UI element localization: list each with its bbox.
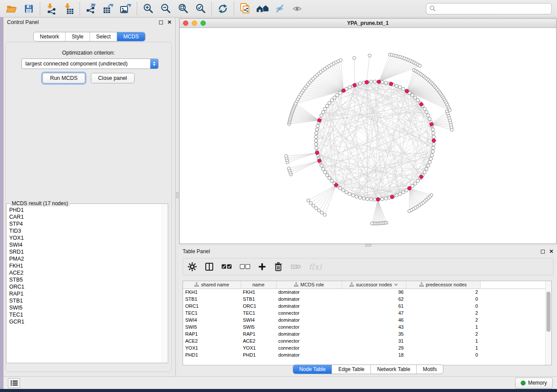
table-cell[interactable]: ACE2 (183, 337, 241, 344)
run-mcds-button[interactable]: Run MCDS (42, 73, 85, 83)
table-cell[interactable]: connector (276, 344, 342, 351)
graph-node[interactable] (325, 174, 329, 177)
table-cell[interactable]: ORC1 (241, 303, 276, 309)
table-scrollbar-thumb[interactable] (547, 292, 550, 332)
graph-node[interactable] (348, 86, 352, 89)
table-cell[interactable]: 35 (342, 330, 406, 337)
task-history-button[interactable] (8, 378, 20, 388)
mcds-result-item[interactable]: SWI4 (7, 241, 162, 248)
graph-node[interactable] (414, 96, 417, 100)
table-cell[interactable]: 62 (342, 296, 406, 303)
graph-node[interactable] (339, 91, 342, 95)
table-cell[interactable]: PHD1 (241, 351, 276, 358)
table-cell[interactable]: RAP1 (241, 330, 276, 337)
graph-node[interactable] (330, 179, 334, 183)
graph-node[interactable] (423, 107, 426, 111)
mcds-result-item[interactable]: STB5 (7, 276, 162, 283)
graph-node[interactable] (285, 155, 288, 158)
export-network-button[interactable] (82, 1, 100, 16)
close-panel-button[interactable]: Close panel (91, 73, 135, 83)
mcds-result-item[interactable]: YOX1 (7, 234, 162, 241)
mcds-result-item[interactable]: CAR1 (7, 213, 162, 220)
graph-node[interactable] (431, 128, 435, 131)
table-row[interactable]: ORC1ORC1dominator610 (183, 303, 551, 309)
tab-edge-table[interactable]: Edge Table (332, 365, 370, 374)
table-cell[interactable]: TEC1 (183, 309, 241, 316)
function-builder-button[interactable]: f(x) (309, 262, 322, 271)
graph-node[interactable] (411, 184, 414, 188)
graph-node[interactable] (328, 176, 331, 180)
table-cell[interactable]: 2 (406, 309, 480, 316)
table-cell[interactable]: STB1 (241, 296, 276, 303)
graph-node[interactable] (348, 192, 352, 196)
float-panel-icon[interactable] (159, 21, 163, 24)
float-panel-icon[interactable] (541, 250, 545, 254)
table-cell[interactable]: FKH1 (241, 289, 276, 296)
graph-node[interactable] (418, 64, 421, 67)
table-row[interactable]: PHD1PHD1dominator180 (183, 351, 551, 358)
graph-node[interactable] (314, 143, 318, 146)
delete-table-button[interactable] (291, 263, 301, 270)
tab-select[interactable]: Select (90, 32, 117, 41)
table-cell[interactable]: dominator (276, 330, 342, 337)
mcds-result-item[interactable]: ORC1 (7, 283, 162, 290)
table-row[interactable]: SWI5SWI5connector431 (183, 323, 551, 330)
table-cell[interactable]: dominator (276, 289, 342, 296)
graph-node[interactable] (429, 157, 433, 161)
tab-network[interactable]: Network (34, 32, 65, 41)
graph-node[interactable] (294, 102, 297, 105)
graph-node[interactable] (384, 81, 387, 85)
graph-node[interactable] (450, 128, 453, 131)
graph-node[interactable] (414, 182, 417, 186)
graph-node-mcds[interactable] (376, 198, 380, 201)
graph-node[interactable] (353, 56, 356, 59)
apply-layout-button[interactable] (214, 1, 232, 16)
graph-node[interactable] (320, 164, 323, 168)
table-cell[interactable]: connector (276, 323, 342, 330)
table-cell[interactable]: 96 (342, 289, 406, 296)
graph-node[interactable] (370, 222, 374, 225)
graph-node[interactable] (345, 191, 348, 194)
delete-column-button[interactable] (274, 262, 283, 272)
graph-node[interactable] (359, 196, 362, 199)
tab-network-table[interactable]: Network Table (370, 365, 416, 374)
table-cell[interactable]: 31 (342, 337, 406, 344)
export-image-button[interactable] (117, 1, 135, 16)
column-header-successor-nodes[interactable]: successor nodes (342, 281, 406, 289)
hide-selected-button[interactable] (271, 1, 289, 16)
table-cell[interactable]: YOX1 (183, 344, 241, 351)
graph-node[interactable] (432, 143, 436, 146)
mcds-result-item[interactable]: TEC1 (7, 311, 162, 318)
graph-node-mcds[interactable] (389, 82, 393, 86)
table-cell[interactable]: dominator (276, 316, 342, 323)
graph-node[interactable] (320, 211, 323, 214)
graph-node[interactable] (342, 189, 345, 192)
table-cell[interactable]: YOX1 (241, 344, 276, 351)
table-cell[interactable]: RAP1 (183, 330, 241, 337)
graph-node[interactable] (405, 189, 408, 192)
graph-node[interactable] (401, 191, 405, 194)
graph-node[interactable] (428, 117, 432, 121)
table-cell[interactable]: TEC1 (241, 309, 276, 316)
graph-node-mcds[interactable] (430, 123, 433, 126)
graph-node[interactable] (315, 206, 318, 210)
graph-node[interactable] (314, 135, 318, 139)
select-all-button[interactable] (221, 264, 232, 269)
graph-node[interactable] (323, 213, 326, 216)
graph-node[interactable] (430, 154, 434, 157)
table-row[interactable]: TEC1TEC1connector472 (183, 309, 551, 316)
close-panel-icon[interactable]: ✕ (549, 249, 554, 254)
graph-node[interactable] (366, 197, 369, 201)
graph-node[interactable] (359, 82, 362, 85)
mcds-list-scrollbar[interactable] (162, 204, 167, 362)
graph-node[interactable] (395, 84, 398, 88)
mcds-result-item[interactable]: PMA2 (7, 255, 162, 262)
graph-node[interactable] (426, 164, 430, 168)
zoom-out-button[interactable] (157, 1, 174, 16)
graph-node-mcds[interactable] (405, 89, 408, 93)
first-neighbors-button[interactable] (254, 1, 271, 16)
graph-node[interactable] (398, 192, 402, 196)
table-cell[interactable]: 46 (342, 316, 406, 323)
graph-node[interactable] (315, 146, 318, 150)
graph-node-mcds[interactable] (334, 183, 338, 187)
